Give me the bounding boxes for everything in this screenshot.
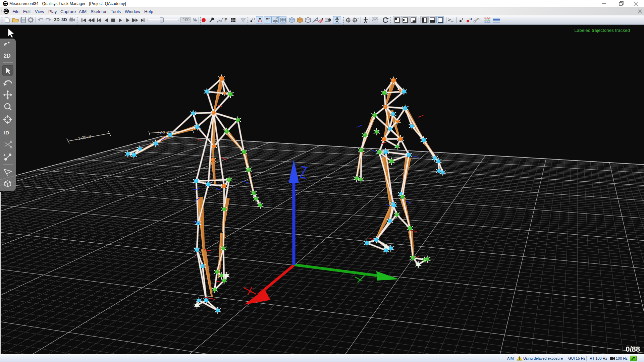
- svg-text:2D: 2D: [4, 53, 10, 59]
- svg-text:F: F: [276, 17, 278, 20]
- svg-text:U: U: [470, 17, 472, 21]
- svg-text:+: +: [357, 17, 359, 20]
- svg-text:+: +: [3, 153, 6, 158]
- svg-text:OvOvO: OvOvO: [484, 21, 491, 23]
- svg-text:1.00 m: 1.00 m: [77, 134, 92, 141]
- svg-text:Labeled trajectories tracked: Labeled trajectories tracked: [574, 28, 630, 33]
- svg-text:L2: L2: [252, 18, 255, 21]
- svg-text:ID: ID: [4, 130, 9, 135]
- svg-text:L: L: [462, 17, 464, 21]
- svg-text:0/88: 0/88: [626, 345, 640, 353]
- svg-text:!: !: [519, 357, 520, 360]
- svg-text:F: F: [268, 17, 270, 20]
- svg-text:D: D: [477, 17, 480, 21]
- svg-text:1.00 m: 1.00 m: [157, 130, 169, 135]
